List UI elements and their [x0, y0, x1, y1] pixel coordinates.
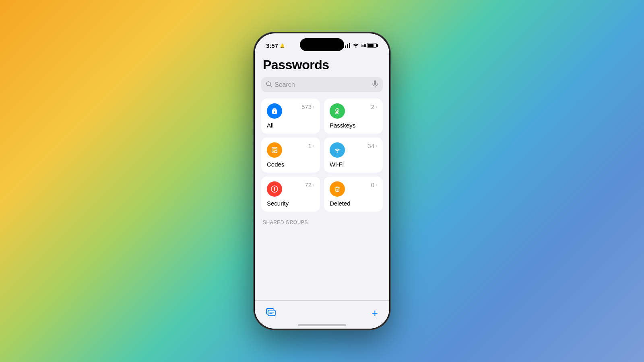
codes-icon: ↻ [267, 142, 282, 158]
page-title: Passwords [261, 54, 383, 77]
codes-chevron: › [313, 143, 314, 149]
deleted-icon [330, 181, 345, 197]
category-deleted[interactable]: 0 › Deleted [324, 177, 383, 212]
svg-line-1 [270, 85, 272, 87]
svg-point-5 [337, 110, 338, 111]
search-icon [266, 81, 272, 88]
dynamic-island [300, 38, 344, 51]
categories-grid: 573 › All [261, 99, 383, 212]
codes-label: Codes [267, 161, 314, 168]
add-button[interactable]: + [372, 308, 378, 318]
wifi-count: 34 › [367, 142, 377, 149]
svg-rect-2 [374, 80, 376, 85]
battery-percent: 59 [361, 43, 366, 48]
passkeys-label: Passkeys [330, 122, 377, 129]
mic-icon [372, 80, 378, 89]
codes-count: 1 › [308, 142, 314, 149]
time-label: 3:57 [266, 42, 278, 49]
phone-screen: 3:57 🔔 59 [255, 33, 389, 329]
passkeys-chevron: › [376, 104, 377, 110]
wifi-chevron: › [376, 143, 377, 149]
shared-groups-header: SHARED GROUPS [261, 220, 383, 225]
svg-rect-20 [268, 310, 275, 316]
security-icon [267, 181, 282, 197]
all-label: All [267, 122, 314, 129]
passkeys-icon [330, 103, 345, 119]
wifi-category-icon [330, 142, 345, 158]
category-security[interactable]: 72 › Security [261, 177, 320, 212]
wifi-label: Wi-Fi [330, 161, 377, 168]
battery-icon: 59 [361, 43, 378, 48]
status-time: 3:57 🔔 [266, 42, 285, 49]
svg-rect-15 [336, 188, 339, 191]
bell-icon: 🔔 [280, 43, 285, 48]
wifi-status-icon [353, 43, 359, 49]
security-chevron: › [313, 182, 314, 188]
search-placeholder: Search [275, 81, 370, 88]
status-right: 59 [343, 43, 378, 49]
security-count: 72 › [305, 181, 314, 188]
home-indicator [298, 324, 346, 326]
category-wifi[interactable]: 34 › Wi-Fi [324, 138, 383, 173]
all-chevron: › [313, 104, 314, 110]
deleted-chevron: › [376, 182, 377, 188]
deleted-label: Deleted [330, 200, 377, 207]
category-passkeys[interactable]: 2 › Passkeys [324, 99, 383, 134]
all-count: 573 › [301, 103, 314, 110]
phone-frame: 3:57 🔔 59 [254, 32, 390, 330]
screen-content: Passwords Search [255, 54, 389, 304]
all-icon [267, 103, 282, 119]
category-codes[interactable]: ↻ 1 › Codes [261, 138, 320, 173]
category-all[interactable]: 573 › All [261, 99, 320, 134]
deleted-count: 0 › [371, 181, 377, 188]
svg-point-14 [274, 190, 275, 191]
passes-toolbar-icon[interactable] [266, 307, 277, 319]
security-label: Security [267, 200, 314, 207]
search-bar[interactable]: Search [261, 77, 383, 92]
passkeys-count: 2 › [371, 103, 377, 110]
